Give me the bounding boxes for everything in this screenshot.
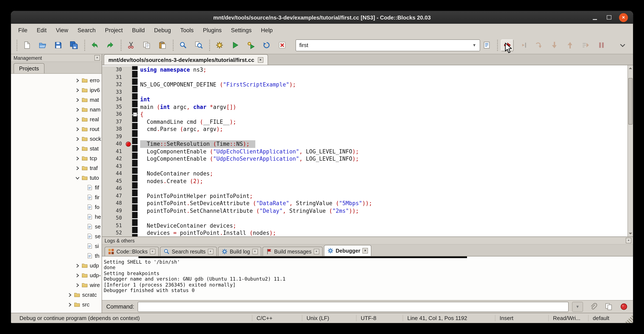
scrollbar-thumb[interactable]	[628, 78, 632, 125]
editor-tab-first-cc[interactable]: mnt/dev/tools/source/ns-3-dev/examples/t…	[104, 54, 268, 65]
code-line-44[interactable]: 44 NodeContainer nodes;	[102, 170, 628, 177]
combo-chevron-icon[interactable]: ▾	[472, 42, 476, 48]
code-line-35[interactable]: 35main (int argc, char *argv[])	[102, 103, 628, 111]
logs-tab-build-messages[interactable]: Build messages×	[262, 247, 323, 256]
breakpoint-margin[interactable]	[125, 96, 132, 103]
code-text[interactable]: Time::SetResolution (Time::NS);	[138, 140, 256, 148]
tree-item-tcp[interactable]: tcp	[11, 153, 102, 163]
new-file-button[interactable]	[20, 39, 33, 51]
tab-close-button[interactable]: ×	[208, 249, 213, 254]
tree-item-rout[interactable]: rout	[11, 124, 102, 134]
tree-item-traf[interactable]: traf	[11, 163, 102, 173]
menu-view[interactable]: View	[51, 24, 73, 37]
breakpoint-margin[interactable]	[125, 170, 132, 177]
menu-search[interactable]: Search	[73, 24, 100, 37]
code-line-34[interactable]: 34int	[102, 96, 628, 103]
code-text[interactable]: NetDeviceContainer devices;	[138, 222, 236, 229]
code-text[interactable]: pointToPoint.SetChannelAttribute ("Delay…	[138, 207, 359, 214]
menu-help[interactable]: Help	[256, 24, 278, 37]
tree-item-udp[interactable]: udp	[11, 261, 102, 270]
breakpoint-margin[interactable]	[125, 229, 132, 236]
code-line-45[interactable]: 45 nodes.Create (2);	[102, 177, 628, 185]
copy-button[interactable]	[140, 39, 153, 51]
close-button[interactable]: ×	[619, 13, 628, 22]
tree-item-fir[interactable]: fir	[11, 192, 102, 202]
code-line-41[interactable]: 41 LogComponentEnable ("UdpEchoClientApp…	[102, 148, 628, 155]
abort-build-button[interactable]	[276, 39, 288, 51]
build-and-run-button[interactable]	[244, 39, 257, 51]
code-text[interactable]: using namespace ns3;	[138, 66, 206, 74]
maximize-button[interactable]	[604, 13, 614, 22]
debugger-command-input[interactable]	[138, 301, 569, 312]
code-text[interactable]	[138, 74, 140, 81]
breakpoint-margin[interactable]	[125, 177, 132, 185]
tab-close-button[interactable]: ×	[362, 248, 368, 253]
command-history-dropdown[interactable]: ▾	[572, 301, 583, 312]
breakpoint-margin[interactable]	[125, 185, 132, 192]
breakpoint-margin[interactable]	[125, 74, 132, 81]
code-text[interactable]: devices = pointToPoint.Install (nodes);	[138, 229, 276, 236]
code-line-39[interactable]: 39	[102, 133, 628, 140]
code-text[interactable]	[138, 214, 140, 222]
build-button[interactable]	[213, 39, 226, 51]
code-text[interactable]: PointToPointHelper pointToPoint;	[138, 192, 253, 200]
tree-item-fo[interactable]: fo	[11, 202, 102, 212]
code-line-32[interactable]: 32NS_LOG_COMPONENT_DEFINE ("FirstScriptE…	[102, 81, 628, 88]
save-all-button[interactable]	[67, 39, 80, 51]
step-out-button[interactable]	[564, 39, 576, 51]
breakpoint-margin[interactable]	[125, 66, 132, 74]
tree-item-real[interactable]: real	[11, 114, 102, 124]
breakpoint-margin[interactable]	[125, 155, 132, 163]
tree-item-si[interactable]: si	[11, 241, 102, 251]
code-text[interactable]	[138, 185, 140, 192]
tree-item-he[interactable]: he	[11, 212, 102, 222]
menu-plugins[interactable]: Plugins	[198, 24, 226, 37]
breakpoint-margin[interactable]	[125, 222, 132, 229]
tree-item-wire[interactable]: wire	[11, 280, 102, 290]
code-text[interactable]: cmd.Parse (argc, argv);	[138, 125, 223, 133]
code-line-33[interactable]: 33	[102, 88, 628, 96]
step-into-button[interactable]	[548, 39, 560, 51]
stop-record-button[interactable]	[618, 301, 629, 312]
breakpoint-margin[interactable]	[125, 192, 132, 200]
code-line-51[interactable]: 51 NetDeviceContainer devices;	[102, 222, 628, 229]
logs-tab-build-log[interactable]: Build log×	[218, 247, 261, 256]
file-list-button[interactable]	[480, 39, 493, 51]
code-line-43[interactable]: 43	[102, 163, 628, 170]
build-target-combo[interactable]: first▾	[296, 39, 480, 51]
code-line-31[interactable]: 31	[102, 74, 628, 81]
menu-settings[interactable]: Settings	[226, 24, 256, 37]
breakpoint-margin[interactable]	[125, 125, 132, 133]
rebuild-button[interactable]	[260, 39, 273, 51]
breakpoint-margin[interactable]	[125, 200, 132, 207]
tab-close-button[interactable]: ×	[150, 249, 155, 254]
tree-item-udp-[interactable]: udp-	[11, 270, 102, 280]
code-text[interactable]: LogComponentEnable ("UdpEchoClientApplic…	[138, 148, 359, 155]
code-text[interactable]: {	[138, 111, 144, 118]
code-line-37[interactable]: 37 CommandLine cmd (__FILE__);	[102, 118, 628, 125]
logs-tab-code-blocks[interactable]: Code::Blocks×	[104, 247, 158, 256]
fold-marker-icon[interactable]: –	[133, 112, 137, 117]
breakpoint-margin[interactable]	[125, 140, 132, 148]
tree-item-tuto[interactable]: tuto	[11, 173, 102, 183]
paste-button[interactable]	[156, 39, 168, 51]
code-text[interactable]	[138, 133, 140, 140]
code-line-48[interactable]: 48 pointToPoint.SetDeviceAttribute ("Dat…	[102, 200, 628, 207]
menu-build[interactable]: Build	[128, 24, 150, 37]
code-line-42[interactable]: 42 LogComponentEnable ("UdpEchoServerApp…	[102, 155, 628, 163]
tab-close-button[interactable]: ×	[314, 249, 319, 254]
menu-project[interactable]: Project	[100, 24, 128, 37]
resize-grip[interactable]	[624, 314, 633, 323]
menu-file[interactable]: File	[14, 24, 32, 37]
code-text[interactable]	[138, 163, 140, 170]
tab-close-button[interactable]: ×	[252, 249, 258, 254]
code-text[interactable]: CommandLine cmd (__FILE__);	[138, 118, 236, 125]
breakpoint-margin[interactable]	[125, 103, 132, 111]
tree-item-scratc[interactable]: scratc	[11, 290, 102, 300]
logs-tab-search-results[interactable]: Search results×	[160, 247, 216, 256]
menu-debug[interactable]: Debug	[150, 24, 176, 37]
breakpoint-margin[interactable]	[125, 111, 132, 118]
redo-button[interactable]	[104, 39, 116, 51]
code-line-40[interactable]: 40 Time::SetResolution (Time::NS);	[102, 140, 628, 148]
copy-log-button[interactable]	[603, 301, 614, 312]
